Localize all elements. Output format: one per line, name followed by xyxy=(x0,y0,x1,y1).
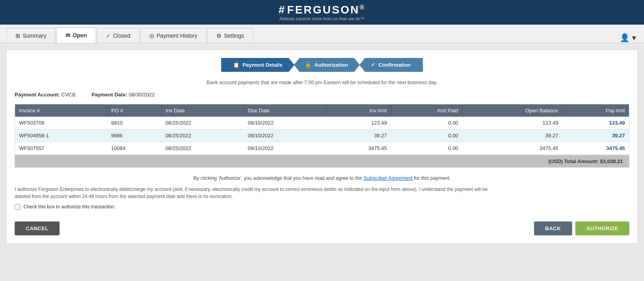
total-value: $3,038.21 xyxy=(600,158,623,164)
bank-notice: Bank account payments that are made afte… xyxy=(15,80,629,85)
auth-notice-center: By clicking 'Authorize', you acknowledge… xyxy=(15,175,629,181)
tab-payment-history[interactable]: ◎ Payment History xyxy=(140,28,206,43)
payment-date: Payment Date: 08/30/2022 xyxy=(91,92,154,98)
authorization-icon: 🔒 xyxy=(305,62,311,68)
cell-invoice: WF504958-1 xyxy=(15,129,107,142)
col-header-inv-date: Inv Date xyxy=(162,104,244,117)
cell-due-date: 09/10/2022 xyxy=(244,129,326,142)
tab-summary[interactable]: ⊞ Summary xyxy=(6,28,56,43)
confirmation-label: Confirmation xyxy=(378,62,411,68)
authorize-checkbox-label[interactable]: Check this box to authorize this transac… xyxy=(23,204,116,210)
payment-details-icon: 📋 xyxy=(233,62,239,68)
header: # FERGUSON® Nobody expects more from us … xyxy=(0,0,644,25)
open-tab-icon: ✉ xyxy=(66,32,70,38)
footer-buttons: CANCEL BACK AUTHORIZE xyxy=(15,221,629,235)
cancel-button[interactable]: CANCEL xyxy=(15,221,60,235)
tab-closed-label: Closed xyxy=(113,33,131,39)
cell-inv-date: 08/25/2022 xyxy=(162,117,244,129)
authorize-checkbox[interactable] xyxy=(15,204,20,210)
tab-settings[interactable]: ⚙ Settings xyxy=(207,28,253,43)
closed-tab-icon: ✓ xyxy=(106,33,111,39)
col-header-po: PO # xyxy=(107,104,162,117)
logo: # FERGUSON® Nobody expects more from us … xyxy=(278,4,365,21)
cell-invoice: WF507557 xyxy=(15,142,107,155)
cell-inv-date: 08/25/2022 xyxy=(162,129,244,142)
auth-section: By clicking 'Authorize', you acknowledge… xyxy=(15,175,629,210)
cell-open-balance: 39.27 xyxy=(462,129,562,142)
table-header-row: Invoice # PO # Inv Date Due Date Inv Amt… xyxy=(15,104,629,117)
logo-hash-icon: # xyxy=(278,4,285,16)
cell-due-date: 09/10/2022 xyxy=(244,117,326,129)
table-row: WF5075571008408/25/202209/10/20223475.45… xyxy=(15,142,629,155)
authorization-label: Authorization xyxy=(314,62,348,68)
cell-open-balance: 3475.45 xyxy=(462,142,562,155)
payment-account: Payment Account: CVCB xyxy=(15,92,75,98)
payment-info: Payment Account: CVCB Payment Date: 08/3… xyxy=(15,92,629,98)
tab-summary-label: Summary xyxy=(23,33,46,39)
authorize-button[interactable]: AUTHORIZE xyxy=(575,221,629,235)
subscriber-agreement-link[interactable]: Subscriber Agreement xyxy=(364,175,413,181)
tab-open-label: Open xyxy=(73,32,87,38)
tab-settings-label: Settings xyxy=(224,33,244,39)
main-content: 📋 Payment Details 🔒 Authorization ✓ Conf… xyxy=(0,43,644,250)
payment-details-label: Payment Details xyxy=(243,62,282,68)
auth-checkbox-line: Check this box to authorize this transac… xyxy=(15,204,629,210)
total-row: (USD) Total Amount: $3,038.21 xyxy=(15,155,629,167)
invoice-table: Invoice # PO # Inv Date Due Date Inv Amt… xyxy=(15,104,629,155)
logo-tagline: Nobody expects more from us than we do™ xyxy=(280,16,365,21)
cell-due-date: 09/10/2022 xyxy=(244,142,326,155)
wizard-steps: 📋 Payment Details 🔒 Authorization ✓ Conf… xyxy=(15,58,629,72)
cell-pay-amt: 3475.45 xyxy=(562,142,629,155)
table-row: WF503709991008/25/202209/10/2022123.490.… xyxy=(15,117,629,129)
wizard-step-authorization: 🔒 Authorization xyxy=(294,58,360,72)
user-menu-button[interactable]: 👤 ▾ xyxy=(620,33,636,42)
cell-pay-amt: 39.27 xyxy=(562,129,629,142)
tab-open[interactable]: ✉ Open xyxy=(56,28,96,43)
auth-notice-suffix: for this payment. xyxy=(414,175,451,181)
payment-history-tab-icon: ◎ xyxy=(149,33,154,39)
table-row: WF504958-1998608/25/202209/10/202239.270… xyxy=(15,129,629,142)
col-header-due-date: Due Date xyxy=(244,104,326,117)
cell-inv-amt: 39.27 xyxy=(326,129,391,142)
cell-inv-amt: 3475.45 xyxy=(326,142,391,155)
auth-notice-prefix: By clicking 'Authorize', you acknowledge… xyxy=(193,175,364,181)
invoice-table-wrapper: Invoice # PO # Inv Date Due Date Inv Amt… xyxy=(15,104,629,155)
col-header-amt-paid: Amt Paid xyxy=(391,104,462,117)
main-card: 📋 Payment Details 🔒 Authorization ✓ Conf… xyxy=(6,50,638,244)
logo-name: FERGUSON® xyxy=(287,4,365,16)
cell-pay-amt: 123.49 xyxy=(562,117,629,129)
col-header-invoice: Invoice # xyxy=(15,104,107,117)
cell-po: 9910 xyxy=(107,117,162,129)
tab-bar: ⊞ Summary ✉ Open ✓ Closed ◎ Payment Hist… xyxy=(0,25,644,43)
cell-invoice: WF503709 xyxy=(15,117,107,129)
settings-tab-icon: ⚙ xyxy=(216,33,222,39)
cell-inv-amt: 123.49 xyxy=(326,117,391,129)
cell-amt-paid: 0.00 xyxy=(391,142,462,155)
back-button[interactable]: BACK xyxy=(534,221,572,235)
col-header-inv-amt: Inv Amt xyxy=(326,104,391,117)
cell-amt-paid: 0.00 xyxy=(391,129,462,142)
cell-amt-paid: 0.00 xyxy=(391,117,462,129)
col-header-open-balance: Open Balance xyxy=(462,104,562,117)
cell-po: 10084 xyxy=(107,142,162,155)
cell-po: 9986 xyxy=(107,129,162,142)
confirmation-icon: ✓ xyxy=(371,62,375,68)
cell-open-balance: 123.49 xyxy=(462,117,562,129)
wizard-step-payment-details: 📋 Payment Details xyxy=(221,58,294,72)
wizard-step-confirmation: ✓ Confirmation xyxy=(359,58,423,72)
tab-payment-history-label: Payment History xyxy=(156,33,197,39)
summary-tab-icon: ⊞ xyxy=(15,33,20,39)
tab-closed[interactable]: ✓ Closed xyxy=(97,28,140,43)
total-label: (USD) Total Amount: xyxy=(548,158,598,164)
auth-authorize-text: I authorize Ferguson Enterprises to elec… xyxy=(15,186,491,200)
cell-inv-date: 08/25/2022 xyxy=(162,142,244,155)
col-header-pay-amt: Pay Amt xyxy=(562,104,629,117)
right-buttons: BACK AUTHORIZE xyxy=(534,221,629,235)
